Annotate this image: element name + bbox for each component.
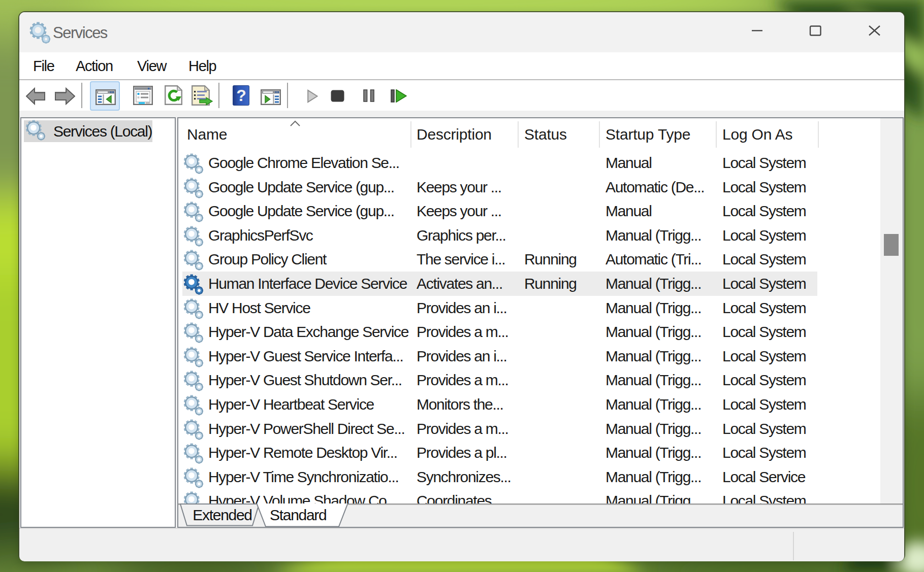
svg-text:?: ? [236,86,246,105]
